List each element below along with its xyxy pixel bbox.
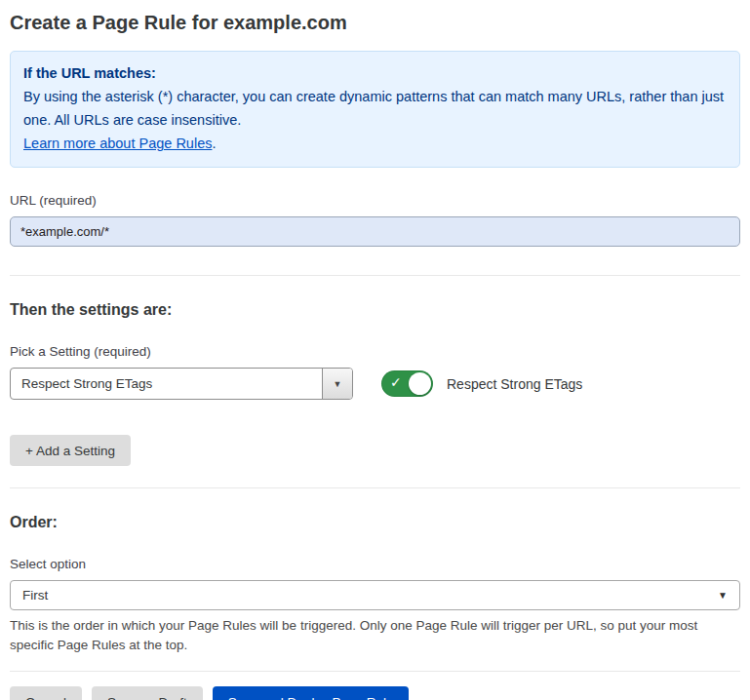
toggle-knob: [409, 372, 431, 395]
page-title: Create a Page Rule for example.com: [10, 12, 740, 34]
check-icon: ✓: [390, 374, 402, 390]
info-box-body: By using the asterisk (*) character, you…: [23, 85, 727, 132]
order-select[interactable]: First ▼: [10, 580, 740, 610]
triangle-down-icon: ▼: [334, 379, 342, 389]
setting-row: Respect Strong ETags ▼ ✓ Respect Strong …: [10, 368, 740, 400]
info-box-link-line: Learn more about Page Rules.: [23, 132, 727, 155]
setting-select-value: Respect Strong ETags: [11, 376, 152, 391]
section-divider: [10, 275, 740, 276]
etags-toggle[interactable]: ✓: [381, 370, 433, 397]
settings-heading: Then the settings are:: [10, 301, 740, 319]
save-draft-button[interactable]: Save as Draft: [92, 686, 203, 700]
url-input[interactable]: [10, 216, 740, 247]
save-deploy-button[interactable]: Save and Deploy Page Rule: [213, 686, 410, 700]
url-match-info-box: If the URL matches: By using the asteris…: [10, 51, 740, 168]
order-help-text: This is the order in which your Page Rul…: [10, 616, 727, 655]
setting-select-arrow-button[interactable]: ▼: [322, 369, 352, 399]
order-label: Select option: [10, 557, 740, 571]
order-select-value: First: [22, 588, 48, 603]
learn-more-link[interactable]: Learn more about Page Rules: [23, 136, 212, 151]
section-divider: [10, 671, 740, 672]
link-period: .: [212, 136, 216, 151]
form-actions: Cancel Save as Draft Save and Deploy Pag…: [10, 686, 740, 700]
setting-select[interactable]: Respect Strong ETags ▼: [10, 368, 353, 400]
add-setting-button[interactable]: + Add a Setting: [10, 435, 131, 466]
cancel-button[interactable]: Cancel: [10, 686, 82, 700]
section-divider: [10, 487, 740, 488]
url-label: URL (required): [10, 193, 740, 208]
info-box-heading: If the URL matches:: [23, 61, 727, 85]
chevron-down-icon: ▼: [718, 590, 728, 601]
page-rule-form: Create a Page Rule for example.com If th…: [10, 12, 740, 700]
order-heading: Order:: [10, 514, 740, 531]
pick-setting-label: Pick a Setting (required): [10, 344, 740, 359]
toggle-label: Respect Strong ETags: [447, 376, 582, 392]
